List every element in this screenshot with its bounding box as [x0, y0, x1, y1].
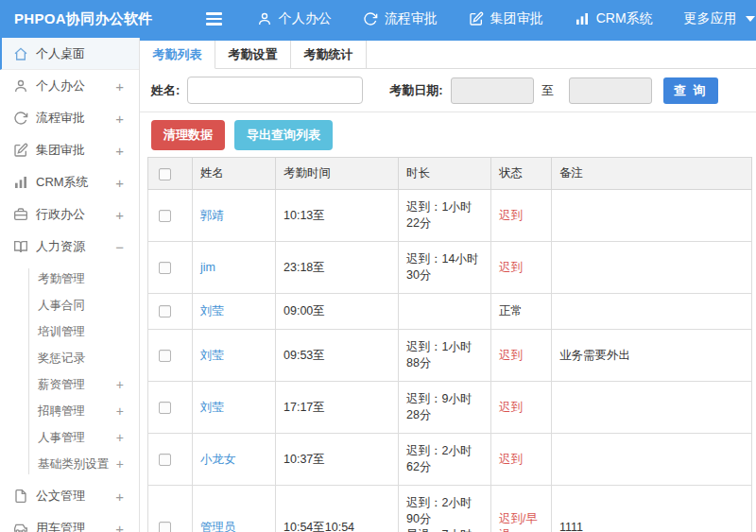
- sidebar-item-group-approval[interactable]: 集团审批 +: [0, 134, 139, 166]
- row-checkbox[interactable]: [159, 210, 171, 222]
- tab-label: 考勤列表: [153, 46, 202, 63]
- sidebar-subitem-recruit-mgmt[interactable]: 招聘管理 +: [0, 398, 139, 424]
- tab-attendance-list[interactable]: 考勤列表: [140, 41, 215, 69]
- sidebar-subitem-base-category-settings[interactable]: 基础类别设置 +: [0, 451, 139, 477]
- name-link[interactable]: 刘莹: [200, 349, 224, 362]
- name-label: 姓名:: [151, 82, 180, 99]
- header-name: 姓名: [193, 158, 276, 190]
- nav-item-workflow-approval[interactable]: 流程审批: [363, 10, 438, 27]
- hr-submenu: 考勤管理 人事合同 培训管理 奖惩记录 薪资管理 + 招聘管理 +: [0, 263, 139, 480]
- sidebar-item-label: 行政办公: [36, 206, 115, 223]
- note-cell: [552, 190, 752, 242]
- sidebar-item-label: 集团审批: [36, 142, 115, 159]
- edit-icon: [469, 11, 484, 26]
- time-cell: 09:53至: [276, 330, 399, 382]
- document-icon: [13, 489, 28, 504]
- sidebar-item-human-resources[interactable]: 人力资源 −: [0, 231, 139, 263]
- sidebar-item-document-mgmt[interactable]: 公文管理 +: [0, 480, 139, 512]
- nav-item-crm[interactable]: CRM系统: [575, 10, 653, 27]
- expand-icon[interactable]: +: [116, 377, 124, 392]
- home-icon: [13, 46, 28, 61]
- tab-attendance-settings[interactable]: 考勤设置: [215, 41, 291, 68]
- sidebar-item-crm[interactable]: CRM系统 +: [0, 166, 139, 198]
- name-link[interactable]: 刘莹: [200, 401, 224, 414]
- expand-icon[interactable]: +: [115, 143, 124, 159]
- date-start-input[interactable]: [451, 77, 534, 104]
- sidebar-subitem-hr-contract[interactable]: 人事合同: [0, 292, 139, 318]
- row-checkbox[interactable]: [159, 350, 171, 362]
- bar-chart-icon: [13, 175, 28, 190]
- sidebar-item-admin-office[interactable]: 行政办公 +: [0, 198, 139, 231]
- status-badge: 正常: [491, 294, 552, 330]
- name-link[interactable]: jim: [200, 261, 215, 274]
- name-link[interactable]: 刘莹: [200, 304, 224, 317]
- sidebar-subitem-reward-punishment[interactable]: 奖惩记录: [0, 345, 139, 371]
- name-input[interactable]: [187, 77, 363, 104]
- sidebar-subitem-training-mgmt[interactable]: 培训管理: [0, 318, 139, 345]
- car-icon: [13, 521, 28, 532]
- sidebar-item-personal-desktop[interactable]: 个人桌面: [0, 38, 139, 70]
- expand-icon[interactable]: +: [115, 175, 124, 191]
- sidebar-item-label: 流程审批: [36, 110, 115, 127]
- expand-icon[interactable]: +: [115, 521, 124, 532]
- table-row: 刘莹 09:53至 迟到：1小时88分 迟到 业务需要外出: [148, 330, 752, 382]
- sidebar-subitem-label: 基础类别设置: [38, 456, 116, 472]
- sidebar-subitem-label: 薪资管理: [38, 377, 116, 393]
- expand-icon[interactable]: +: [116, 456, 124, 472]
- status-badge: 迟到/早退: [491, 486, 552, 532]
- main-content: 考勤列表 考勤设置 考勤统计 姓名: 考勤日期: 至 查 询 清理数据: [140, 38, 756, 532]
- row-checkbox[interactable]: [159, 522, 171, 532]
- table-row: jim 23:18至 迟到：14小时30分 迟到: [148, 242, 752, 294]
- sidebar-subitem-label: 招聘管理: [38, 403, 116, 420]
- search-button[interactable]: 查 询: [663, 77, 718, 104]
- actionbar: 清理数据 导出查询列表: [140, 112, 756, 157]
- time-cell: 10:13至: [276, 190, 399, 242]
- expand-icon[interactable]: +: [115, 207, 124, 223]
- sidebar-item-personal-office[interactable]: 个人办公 +: [0, 70, 139, 102]
- date-end-input[interactable]: [569, 77, 652, 104]
- sidebar-item-vehicle-mgmt[interactable]: 用车管理 +: [0, 512, 139, 532]
- collapse-icon[interactable]: −: [115, 239, 124, 255]
- tab-attendance-stats[interactable]: 考勤统计: [291, 41, 367, 68]
- time-cell: 10:37至: [276, 434, 399, 486]
- nav-item-more-apps[interactable]: 更多应用: [684, 10, 755, 27]
- sidebar-item-label: 公文管理: [36, 488, 115, 505]
- expand-icon[interactable]: +: [115, 489, 124, 505]
- body: 个人桌面 个人办公 + 流程审批 + 集团审批 + CRM系统 +: [0, 38, 756, 532]
- time-cell: 09:00至: [276, 294, 399, 330]
- book-icon: [13, 239, 28, 254]
- sidebar-subitem-attendance-mgmt[interactable]: 考勤管理: [0, 266, 139, 292]
- sidebar-subitem-salary-mgmt[interactable]: 薪资管理 +: [0, 371, 139, 398]
- header-attendance-time: 考勤时间: [276, 158, 399, 190]
- row-checkbox[interactable]: [159, 454, 171, 466]
- attendance-date-label: 考勤日期:: [389, 82, 442, 99]
- row-checkbox[interactable]: [159, 305, 171, 317]
- sidebar-item-label: 个人桌面: [36, 45, 124, 62]
- table-row: 刘莹 17:17至 迟到：9小时28分 迟到: [148, 382, 752, 434]
- expand-icon[interactable]: +: [116, 403, 124, 419]
- sidebar-subitem-label: 人事合同: [38, 298, 124, 314]
- note-cell: [552, 382, 752, 434]
- name-link[interactable]: 管理员: [200, 521, 236, 532]
- note-cell: [552, 434, 752, 486]
- row-checkbox[interactable]: [159, 402, 171, 414]
- nav-label: 个人办公: [279, 10, 332, 27]
- hamburger-icon[interactable]: [202, 9, 226, 29]
- expand-icon[interactable]: +: [115, 111, 124, 127]
- note-cell: 1111: [552, 486, 752, 532]
- nav-item-personal-office[interactable]: 个人办公: [257, 10, 332, 27]
- name-link[interactable]: 郭靖: [200, 209, 224, 222]
- expand-icon[interactable]: +: [116, 430, 124, 445]
- sidebar-subitem-personnel-mgmt[interactable]: 人事管理 +: [0, 424, 139, 451]
- clear-data-button[interactable]: 清理数据: [151, 120, 225, 150]
- nav-item-group-approval[interactable]: 集团审批: [469, 10, 543, 27]
- name-link[interactable]: 小龙女: [200, 453, 236, 466]
- app-window: PHPOA协同办公软件 个人办公 流程审批 集团审批 CRM系统 更多应用: [0, 0, 756, 532]
- sidebar-item-workflow-approval[interactable]: 流程审批 +: [0, 102, 139, 134]
- row-checkbox[interactable]: [159, 262, 171, 274]
- expand-icon[interactable]: +: [115, 78, 124, 94]
- to-label: 至: [541, 82, 554, 99]
- nav-label: 更多应用: [684, 10, 737, 27]
- export-query-list-button[interactable]: 导出查询列表: [234, 120, 333, 150]
- select-all-checkbox[interactable]: [159, 168, 171, 180]
